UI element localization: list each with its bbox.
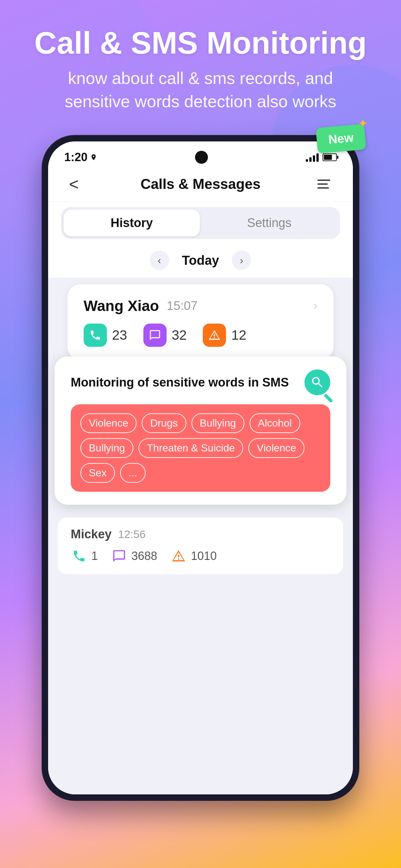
page-title: Calls & Messages <box>141 176 260 192</box>
date-nav: ‹ Today › <box>48 245 353 278</box>
magnify-icon <box>310 375 325 390</box>
wang-xiao-card[interactable]: Wang Xiao 15:07 › <box>67 284 334 360</box>
mickey-card[interactable]: Mickey 12:56 1 <box>58 518 343 574</box>
calls-count: 23 <box>112 328 127 343</box>
sensitive-tags-container: Violence Drugs Bullying Alcohol Bullying… <box>71 404 330 492</box>
mickey-alerts-count: 1010 <box>191 549 217 563</box>
current-date: Today <box>182 253 219 268</box>
mickey-name: Mickey <box>71 527 112 541</box>
phone-icon <box>89 329 101 341</box>
contact-name: Wang Xiao <box>84 297 159 314</box>
tag-sex: Sex <box>81 463 115 483</box>
next-date-button[interactable]: › <box>232 251 251 270</box>
mickey-calls: 1 <box>71 548 98 564</box>
hero-section: Call & SMS Monitoring know about call & … <box>0 26 401 113</box>
search-icon-circle <box>305 369 330 395</box>
tab-settings[interactable]: Settings <box>201 210 337 237</box>
message-icon <box>149 329 161 341</box>
mickey-alerts: 1010 <box>170 548 217 564</box>
chevron-right-icon: › <box>313 299 317 313</box>
messages-stat: 32 <box>143 323 187 347</box>
signal-bars <box>306 153 319 162</box>
tag-bullying-1: Bullying <box>191 413 244 433</box>
tag-violence-1: Violence <box>81 413 136 433</box>
tab-container: History Settings <box>61 207 340 239</box>
prev-date-button[interactable]: ‹ <box>150 251 169 270</box>
mickey-section: Mickey 12:56 1 <box>48 511 353 581</box>
menu-button[interactable] <box>317 175 337 194</box>
wang-xiao-section: Wang Xiao 15:07 › <box>48 278 353 363</box>
contact-stats: 23 32 <box>84 323 317 347</box>
mickey-stats: 1 3688 <box>71 548 330 564</box>
hero-title: Call & SMS Monitoring <box>19 26 382 60</box>
phone-frame: New 1:20 <box>42 135 359 800</box>
phone-screen: 1:20 <box>48 142 353 795</box>
status-bar: 1:20 <box>48 142 353 168</box>
mickey-message-icon <box>112 549 126 563</box>
phone-icon-bg <box>84 323 107 347</box>
alert-icon <box>208 329 220 341</box>
monitoring-card: Monitoring of sensitive words in SMS Vio… <box>55 356 346 505</box>
app-header: < Calls & Messages <box>48 168 353 202</box>
hero-subtitle: know about call & sms records, and sensi… <box>19 66 382 114</box>
tag-alcohol: Alcohol <box>250 413 300 433</box>
mickey-phone-icon <box>72 549 86 563</box>
mickey-messages-count: 3688 <box>131 549 157 563</box>
status-time: 1:20 <box>64 151 97 164</box>
battery-icon <box>322 153 337 161</box>
tag-drugs: Drugs <box>142 413 186 433</box>
status-icons <box>306 153 337 162</box>
tag-violence-2: Violence <box>248 438 305 458</box>
mickey-calls-count: 1 <box>91 549 98 563</box>
mickey-messages: 3688 <box>111 548 157 564</box>
message-icon-bg <box>143 323 166 347</box>
empty-space <box>48 581 353 742</box>
screen-content: Wang Xiao 15:07 › <box>48 278 353 795</box>
alerts-stat: 12 <box>203 323 246 347</box>
back-button[interactable]: < <box>64 175 84 194</box>
calls-stat: 23 <box>84 323 127 347</box>
tag-threaten-suicide: Threaten & Suicide <box>138 438 243 458</box>
alerts-count: 12 <box>231 328 246 343</box>
contact-header: Wang Xiao 15:07 › <box>84 297 317 314</box>
monitoring-header: Monitoring of sensitive words in SMS <box>71 369 330 395</box>
monitoring-title: Monitoring of sensitive words in SMS <box>71 376 289 390</box>
contact-time: 15:07 <box>166 299 197 313</box>
mickey-alert-icon <box>172 549 186 563</box>
mickey-time: 12:56 <box>118 528 146 540</box>
tag-bullying-2: Bullying <box>81 438 133 458</box>
location-icon <box>90 154 97 161</box>
tab-bar: History Settings <box>48 202 353 245</box>
phone-container: New 1:20 <box>42 135 359 800</box>
front-camera <box>195 151 208 164</box>
messages-count: 32 <box>172 328 187 343</box>
alert-icon-bg <box>203 323 226 347</box>
tag-more: ... <box>120 463 146 483</box>
tab-history[interactable]: History <box>64 210 200 237</box>
new-badge: New <box>316 124 366 154</box>
